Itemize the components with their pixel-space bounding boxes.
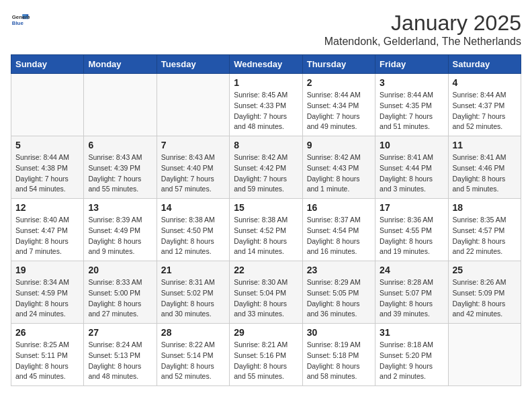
calendar-cell: 20Sunrise: 8:33 AMSunset: 5:00 PMDayligh… [84,261,157,324]
calendar-cell: 16Sunrise: 8:37 AMSunset: 4:54 PMDayligh… [302,199,375,261]
day-number: 13 [88,202,152,213]
day-number: 7 [161,140,225,150]
day-info: Sunrise: 8:24 AMSunset: 5:13 PMDaylight:… [88,340,152,382]
day-info: Sunrise: 8:44 AMSunset: 4:34 PMDaylight:… [307,90,371,132]
day-info: Sunrise: 8:36 AMSunset: 4:55 PMDaylight:… [380,215,443,257]
calendar-cell: 15Sunrise: 8:38 AMSunset: 4:52 PMDayligh… [230,199,302,261]
day-info: Sunrise: 8:44 AMSunset: 4:35 PMDaylight:… [380,90,443,132]
day-number: 17 [380,202,443,213]
day-number: 2 [307,77,371,88]
day-info: Sunrise: 8:40 AMSunset: 4:47 PMDaylight:… [15,215,79,257]
logo: General Blue [11,11,30,30]
day-info: Sunrise: 8:28 AMSunset: 5:07 PMDaylight:… [380,277,443,320]
weekday-header-sunday: Sunday [11,55,84,74]
day-info: Sunrise: 8:31 AMSunset: 5:02 PMDaylight:… [161,277,225,320]
header: General Blue January 2025 Matendonk, Gel… [11,11,521,48]
day-info: Sunrise: 8:30 AMSunset: 5:04 PMDaylight:… [234,277,298,320]
weekday-header-friday: Friday [375,55,448,74]
day-number: 22 [234,265,298,275]
day-number: 8 [234,140,298,150]
calendar-cell [448,324,521,386]
calendar-cell: 11Sunrise: 8:41 AMSunset: 4:46 PMDayligh… [448,136,521,199]
weekday-header-thursday: Thursday [302,55,375,74]
logo-icon: General Blue [11,11,30,30]
day-number: 23 [307,265,371,275]
month-title: January 2025 [324,11,521,36]
calendar-cell: 5Sunrise: 8:44 AMSunset: 4:38 PMDaylight… [11,136,84,199]
calendar-cell: 8Sunrise: 8:42 AMSunset: 4:42 PMDaylight… [230,136,302,199]
calendar-cell: 24Sunrise: 8:28 AMSunset: 5:07 PMDayligh… [375,261,448,324]
calendar-table: SundayMondayTuesdayWednesdayThursdayFrid… [11,54,521,386]
day-number: 10 [380,140,443,150]
calendar-cell: 13Sunrise: 8:39 AMSunset: 4:49 PMDayligh… [84,199,157,261]
day-info: Sunrise: 8:35 AMSunset: 4:57 PMDaylight:… [453,215,517,257]
day-number: 6 [88,140,152,150]
weekday-header-tuesday: Tuesday [157,55,229,74]
day-info: Sunrise: 8:42 AMSunset: 4:43 PMDaylight:… [307,152,371,195]
weekday-header-saturday: Saturday [448,55,521,74]
calendar-cell [84,74,157,136]
day-info: Sunrise: 8:19 AMSunset: 5:18 PMDaylight:… [307,340,371,382]
calendar-cell: 19Sunrise: 8:34 AMSunset: 4:59 PMDayligh… [11,261,84,324]
location-title: Matendonk, Gelderland, The Netherlands [324,36,521,48]
day-info: Sunrise: 8:39 AMSunset: 4:49 PMDaylight:… [88,215,152,257]
day-number: 12 [15,202,79,213]
calendar-cell: 26Sunrise: 8:25 AMSunset: 5:11 PMDayligh… [11,324,84,386]
svg-text:Blue: Blue [12,20,24,26]
calendar-cell: 27Sunrise: 8:24 AMSunset: 5:13 PMDayligh… [84,324,157,386]
calendar-cell: 4Sunrise: 8:44 AMSunset: 4:37 PMDaylight… [448,74,521,136]
day-info: Sunrise: 8:44 AMSunset: 4:38 PMDaylight:… [15,152,79,195]
calendar-cell [11,74,84,136]
day-number: 31 [380,327,443,338]
day-number: 20 [88,265,152,275]
day-info: Sunrise: 8:38 AMSunset: 4:52 PMDaylight:… [234,215,298,257]
day-info: Sunrise: 8:26 AMSunset: 5:09 PMDaylight:… [453,277,517,320]
day-number: 26 [15,327,79,338]
day-info: Sunrise: 8:37 AMSunset: 4:54 PMDaylight:… [307,215,371,257]
day-number: 18 [453,202,517,213]
calendar-week-row: 26Sunrise: 8:25 AMSunset: 5:11 PMDayligh… [11,324,521,386]
day-info: Sunrise: 8:45 AMSunset: 4:33 PMDaylight:… [234,90,298,132]
day-info: Sunrise: 8:43 AMSunset: 4:40 PMDaylight:… [161,152,225,195]
calendar-cell: 6Sunrise: 8:43 AMSunset: 4:39 PMDaylight… [84,136,157,199]
calendar-week-row: 5Sunrise: 8:44 AMSunset: 4:38 PMDaylight… [11,136,521,199]
day-info: Sunrise: 8:42 AMSunset: 4:42 PMDaylight:… [234,152,298,195]
day-info: Sunrise: 8:18 AMSunset: 5:20 PMDaylight:… [380,340,443,382]
calendar-week-row: 1Sunrise: 8:45 AMSunset: 4:33 PMDaylight… [11,74,521,136]
day-number: 28 [161,327,225,338]
calendar-cell: 23Sunrise: 8:29 AMSunset: 5:05 PMDayligh… [302,261,375,324]
calendar-cell: 18Sunrise: 8:35 AMSunset: 4:57 PMDayligh… [448,199,521,261]
day-number: 19 [15,265,79,275]
day-info: Sunrise: 8:22 AMSunset: 5:14 PMDaylight:… [161,340,225,382]
calendar-cell: 17Sunrise: 8:36 AMSunset: 4:55 PMDayligh… [375,199,448,261]
calendar-week-row: 19Sunrise: 8:34 AMSunset: 4:59 PMDayligh… [11,261,521,324]
day-number: 5 [15,140,79,150]
day-number: 16 [307,202,371,213]
day-number: 21 [161,265,225,275]
calendar-cell: 25Sunrise: 8:26 AMSunset: 5:09 PMDayligh… [448,261,521,324]
calendar-cell: 9Sunrise: 8:42 AMSunset: 4:43 PMDaylight… [302,136,375,199]
calendar-cell: 31Sunrise: 8:18 AMSunset: 5:20 PMDayligh… [375,324,448,386]
day-number: 30 [307,327,371,338]
weekday-header-row: SundayMondayTuesdayWednesdayThursdayFrid… [11,55,521,74]
day-number: 11 [453,140,517,150]
day-number: 3 [380,77,443,88]
day-number: 29 [234,327,298,338]
calendar-cell: 28Sunrise: 8:22 AMSunset: 5:14 PMDayligh… [157,324,229,386]
day-info: Sunrise: 8:29 AMSunset: 5:05 PMDaylight:… [307,277,371,320]
calendar-cell: 22Sunrise: 8:30 AMSunset: 5:04 PMDayligh… [230,261,302,324]
day-number: 14 [161,202,225,213]
day-info: Sunrise: 8:41 AMSunset: 4:44 PMDaylight:… [380,152,443,195]
day-info: Sunrise: 8:41 AMSunset: 4:46 PMDaylight:… [453,152,517,195]
svg-text:General: General [12,14,30,20]
calendar-cell [157,74,229,136]
calendar-cell: 30Sunrise: 8:19 AMSunset: 5:18 PMDayligh… [302,324,375,386]
day-number: 15 [234,202,298,213]
day-number: 4 [453,77,517,88]
day-number: 27 [88,327,152,338]
day-info: Sunrise: 8:33 AMSunset: 5:00 PMDaylight:… [88,277,152,320]
calendar-cell: 1Sunrise: 8:45 AMSunset: 4:33 PMDaylight… [230,74,302,136]
day-info: Sunrise: 8:38 AMSunset: 4:50 PMDaylight:… [161,215,225,257]
day-number: 1 [234,77,298,88]
day-info: Sunrise: 8:25 AMSunset: 5:11 PMDaylight:… [15,340,79,382]
